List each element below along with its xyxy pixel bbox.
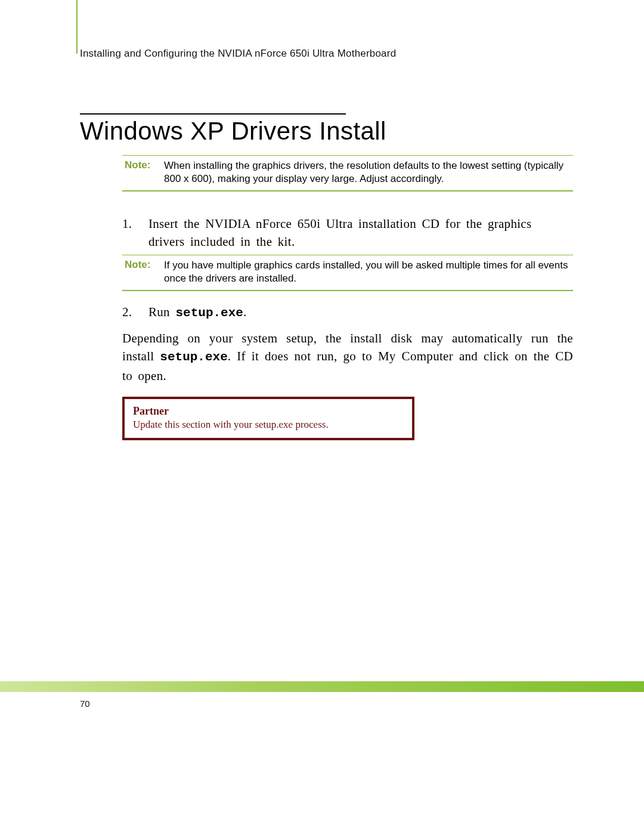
step-text: Run setup.exe. [148,303,246,322]
body-paragraph: Depending on your system setup, the inst… [122,329,573,385]
note-label: Note: [122,159,164,171]
section-title: Windows XP Drivers Install [80,117,386,146]
note-box-1: Note: When installing the graphics drive… [122,155,573,191]
left-margin-rule [76,0,78,54]
document-page: Installing and Configuring the NVIDIA nF… [0,0,644,828]
partner-body: Update this section with your setup.exe … [133,419,404,431]
partner-callout: Partner Update this section with your se… [122,397,414,440]
running-header: Installing and Configuring the NVIDIA nF… [80,48,396,60]
step2-post: . [243,305,247,319]
page-number: 70 [80,699,90,709]
partner-title: Partner [133,405,404,418]
footer-gradient-bar [0,681,644,692]
para-code: setup.exe [160,350,227,364]
step-text: Insert the NVIDIA nForce 650i Ultra inst… [148,215,573,251]
step-number: 1. [122,215,148,251]
step2-pre: Run [148,305,175,319]
note-label: Note: [122,259,164,271]
note-text: When installing the graphics drivers, th… [164,159,573,186]
step-number: 2. [122,303,148,322]
step2-code: setup.exe [175,306,243,320]
note-text: If you have multiple graphics cards inst… [164,259,573,285]
title-overline [80,113,346,115]
step-1: 1. Insert the NVIDIA nForce 650i Ultra i… [122,215,573,251]
step-2: 2. Run setup.exe. [122,303,573,322]
note-box-2: Note: If you have multiple graphics card… [122,255,573,291]
